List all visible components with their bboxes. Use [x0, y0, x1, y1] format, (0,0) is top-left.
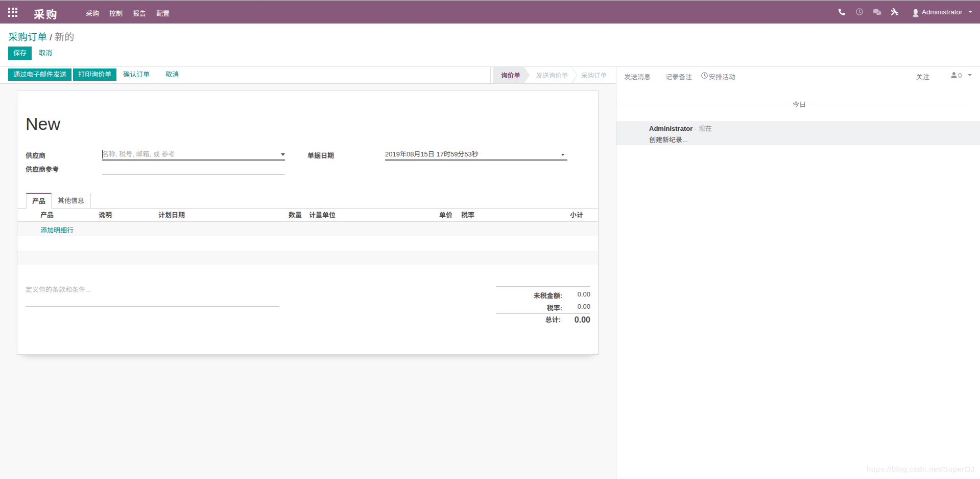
svg-text:采购订单: 采购订单 — [581, 72, 607, 79]
svg-text:发送询价单: 发送询价单 — [536, 72, 568, 79]
svg-text:询价单: 询价单 — [501, 72, 520, 79]
